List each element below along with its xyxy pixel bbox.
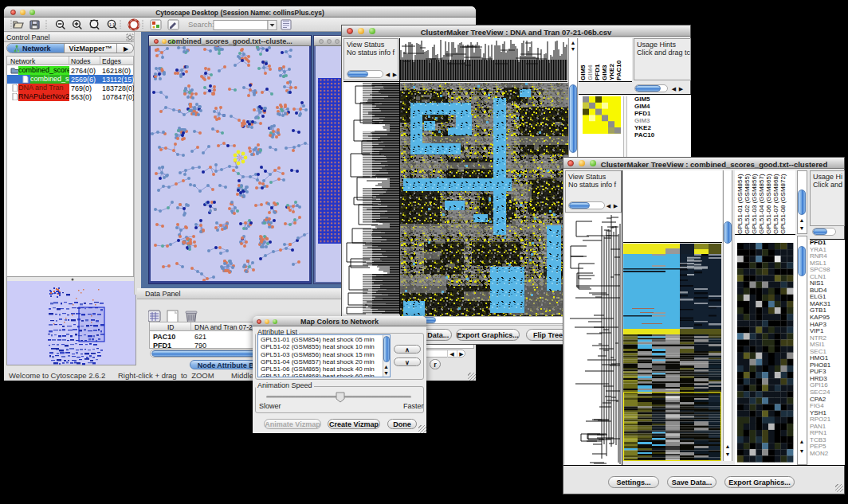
svg-text:1:1: 1:1 (109, 22, 115, 27)
svg-text:Search:: Search: (188, 20, 214, 29)
